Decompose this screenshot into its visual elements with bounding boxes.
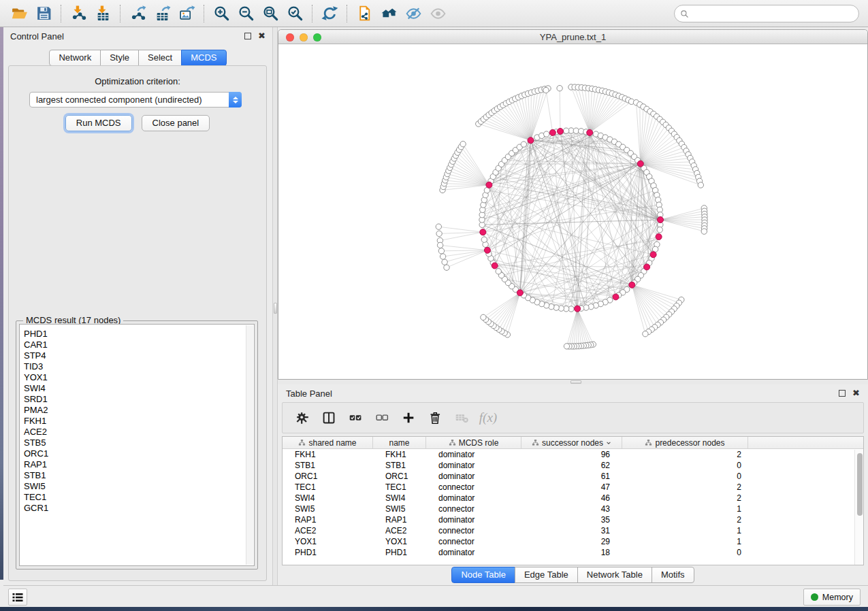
panel-menu-button[interactable] — [8, 589, 27, 606]
mcds-result-node[interactable]: SRD1 — [24, 394, 254, 405]
window-zoom-icon[interactable] — [313, 33, 321, 42]
table-scrollbar-thumb[interactable] — [857, 453, 863, 516]
mcds-result-node[interactable]: STP4 — [24, 350, 254, 361]
column-visibility-button[interactable] — [319, 408, 339, 428]
graph-dominator-node[interactable] — [558, 129, 564, 135]
graph-dominator-node[interactable] — [613, 294, 619, 300]
graph-dominator-node[interactable] — [486, 182, 492, 188]
mcds-result-node[interactable]: GCR1 — [24, 503, 254, 514]
graph-node[interactable] — [564, 128, 569, 133]
memory-button[interactable]: Memory — [803, 589, 861, 606]
mcds-result-node[interactable]: PMA2 — [24, 405, 254, 416]
graph-node[interactable] — [521, 142, 526, 147]
graph-node[interactable] — [657, 227, 662, 233]
column-header-name[interactable]: name — [373, 437, 426, 448]
column-header-predecessor-nodes[interactable]: predecessor nodes — [622, 437, 748, 448]
table-row[interactable]: YOX1YOX1connector291 — [283, 536, 863, 547]
hide-selected-button[interactable] — [401, 3, 425, 24]
open-session-button[interactable] — [7, 3, 31, 24]
tab-network[interactable]: Network — [49, 50, 101, 66]
mcds-result-node[interactable]: TEC1 — [24, 492, 254, 503]
graph-dominator-node[interactable] — [549, 129, 556, 135]
graph-leaf-node[interactable] — [442, 259, 447, 265]
graph-leaf-node[interactable] — [436, 224, 441, 229]
close-table-panel-icon[interactable]: ✖ — [852, 390, 860, 397]
graph-dominator-node[interactable] — [658, 217, 664, 223]
graph-leaf-node[interactable] — [698, 182, 703, 188]
graph-leaf-node[interactable] — [460, 142, 466, 147]
mcds-result-node[interactable]: YOX1 — [24, 372, 254, 383]
network-canvas[interactable] — [278, 44, 867, 379]
import-network-button[interactable] — [66, 3, 91, 24]
export-network-button[interactable] — [125, 3, 150, 24]
tab-select[interactable]: Select — [138, 50, 182, 66]
table-row[interactable]: RAP1RAP1dominator352 — [283, 514, 863, 525]
graph-node[interactable] — [481, 237, 487, 242]
graph-leaf-node[interactable] — [643, 331, 648, 337]
run-mcds-button[interactable]: Run MCDS — [65, 115, 132, 131]
zoom-selected-button[interactable] — [283, 3, 307, 24]
graph-dominator-node[interactable] — [575, 306, 581, 312]
import-table-button[interactable] — [91, 3, 115, 24]
network-graph[interactable] — [278, 44, 867, 379]
tab-style[interactable]: Style — [100, 50, 139, 66]
table-row[interactable]: FKH1FKH1dominator962 — [283, 449, 863, 460]
delete-columns-button[interactable] — [425, 408, 445, 428]
select-all-button[interactable] — [345, 408, 366, 428]
deselect-all-button[interactable] — [372, 408, 392, 428]
graph-leaf-node[interactable] — [438, 248, 444, 254]
zoom-in-button[interactable] — [209, 3, 234, 24]
mcds-result-node[interactable]: ACE2 — [24, 427, 254, 437]
graph-leaf-node[interactable] — [564, 344, 569, 349]
tab-edge-table[interactable]: Edge Table — [515, 567, 578, 583]
tab-node-table[interactable]: Node Table — [451, 567, 515, 583]
tab-motifs[interactable]: Motifs — [652, 567, 694, 583]
graph-dominator-node[interactable] — [656, 234, 662, 240]
mcds-result-node[interactable]: CAR1 — [24, 340, 254, 350]
export-image-button[interactable] — [174, 3, 199, 24]
vertical-splitter-grip[interactable] — [274, 303, 277, 314]
network-window-titlebar[interactable]: YPA_prune.txt_1 — [278, 30, 867, 44]
graph-leaf-node[interactable] — [543, 87, 549, 93]
graph-leaf-node[interactable] — [701, 229, 707, 234]
column-header-MCDS-role[interactable]: MCDS role — [426, 437, 521, 448]
graph-node[interactable] — [544, 131, 549, 137]
mcds-result-node[interactable]: RAP1 — [24, 459, 254, 470]
graph-dominator-node[interactable] — [650, 252, 656, 258]
graph-dominator-node[interactable] — [517, 290, 523, 296]
column-header-shared-name[interactable]: shared name — [283, 437, 373, 448]
graph-leaf-node[interactable] — [440, 254, 445, 259]
export-table-button[interactable] — [150, 3, 174, 24]
graph-dominator-node[interactable] — [484, 247, 490, 253]
table-row[interactable]: STB1STB1dominator620 — [283, 460, 863, 471]
mcds-result-node[interactable]: PHD1 — [24, 329, 254, 340]
table-row[interactable]: SWI4SWI4dominator462 — [283, 493, 863, 503]
float-panel-icon[interactable] — [244, 33, 251, 39]
mcds-result-node[interactable]: SWI5 — [24, 481, 254, 492]
zoom-fit-button[interactable] — [258, 3, 283, 24]
vertical-splitter[interactable] — [272, 27, 278, 585]
table-scrollbar[interactable] — [854, 450, 863, 565]
mcds-result-node[interactable]: TID3 — [24, 361, 254, 372]
graph-dominator-node[interactable] — [528, 137, 534, 144]
graph-dominator-node[interactable] — [644, 264, 650, 270]
table-row[interactable]: SWI5SWI5connector431 — [283, 503, 863, 514]
mcds-result-node[interactable]: FKH1 — [24, 416, 254, 427]
graph-leaf-node[interactable] — [437, 242, 443, 248]
tab-mcds[interactable]: MCDS — [181, 50, 226, 66]
float-table-panel-icon[interactable] — [839, 390, 846, 397]
save-session-button[interactable] — [31, 3, 56, 24]
window-close-icon[interactable] — [286, 33, 294, 42]
graph-node[interactable] — [496, 269, 501, 274]
mcds-result-node[interactable]: STB5 — [24, 437, 254, 448]
horizontal-splitter-grip[interactable] — [570, 380, 581, 384]
table-row[interactable]: ACE2ACE2connector311 — [283, 525, 863, 536]
search-box[interactable] — [674, 5, 859, 22]
optimization-criterion-select[interactable]: largest connected component (undirected) — [29, 92, 242, 108]
tab-network-table[interactable]: Network Table — [577, 567, 652, 583]
table-row[interactable]: PHD1PHD1dominator180 — [283, 547, 863, 558]
zoom-out-button[interactable] — [234, 3, 258, 24]
graph-leaf-node[interactable] — [436, 231, 442, 236]
window-minimize-icon[interactable] — [300, 33, 308, 42]
mcds-result-node[interactable]: SWI4 — [24, 383, 254, 394]
